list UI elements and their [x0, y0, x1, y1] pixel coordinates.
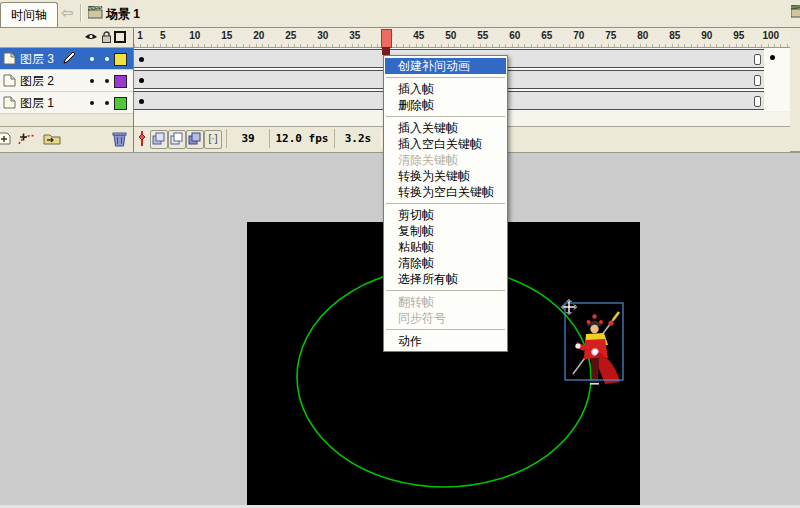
modify-onion-markers-button[interactable]: [·]: [204, 130, 222, 149]
menu-separator: [386, 77, 505, 78]
layer-row-1[interactable]: 图层 1: [0, 92, 133, 114]
layer-page-icon: [3, 96, 16, 109]
menu-item-convert-to-keyframe[interactable]: 转换为关键帧: [385, 168, 506, 184]
layer-name[interactable]: 图层 1: [20, 95, 54, 112]
menu-item-create-motion-tween[interactable]: 创建补间动画: [385, 58, 506, 74]
edit-multiple-frames-button[interactable]: [186, 130, 204, 149]
menu-item-insert-keyframe[interactable]: 插入关键帧: [385, 120, 506, 136]
ruler-label: 95: [729, 30, 749, 41]
elapsed-time-field: 3.2s: [334, 129, 382, 148]
ruler-label: 1: [130, 30, 150, 41]
menu-item-clear-keyframe: 清除关键帧: [385, 152, 506, 168]
menu-item-reverse-frames: 翻转帧: [385, 294, 506, 310]
lock-icon[interactable]: [101, 31, 112, 44]
end-frame-marker: [754, 54, 761, 65]
current-frame-field: 39: [226, 129, 270, 148]
insert-layer-folder-button[interactable]: [42, 131, 62, 146]
scene-name-label[interactable]: 场景 1: [106, 6, 140, 23]
menu-item-select-all-frames[interactable]: 选择所有帧: [385, 271, 506, 287]
menu-item-clear-frames[interactable]: 清除帧: [385, 255, 506, 271]
menu-separator: [386, 290, 505, 291]
tab-timeline[interactable]: 时间轴: [0, 2, 58, 27]
ruler-label: 55: [473, 30, 493, 41]
clapperboard-icon: [88, 6, 103, 19]
keyframe-dot-frame100: [770, 55, 775, 60]
layer-name[interactable]: 图层 2: [20, 73, 54, 90]
layer-color-swatch[interactable]: [114, 53, 127, 66]
frame-rate-field[interactable]: 12.0 fps: [269, 129, 335, 148]
layer-visibility-dot[interactable]: [90, 101, 94, 105]
playhead[interactable]: [381, 29, 392, 48]
flash-application-window: 时间轴 ⇦ 场景 1: [0, 0, 800, 508]
outline-square-icon[interactable]: [114, 31, 126, 43]
layer-row-2[interactable]: 图层 2: [0, 70, 133, 92]
ruler-label: 50: [441, 30, 461, 41]
ruler-label: 70: [569, 30, 589, 41]
playhead-marker: [382, 47, 390, 55]
ruler-label: 45: [409, 30, 429, 41]
ruler-label: 80: [633, 30, 653, 41]
frame-context-menu: 创建补间动画 插入帧 删除帧 插入关键帧 插入空白关键帧 清除关键帧 转换为关键…: [383, 55, 508, 352]
ruler-label: 65: [537, 30, 557, 41]
menu-item-convert-to-blank-keyframe[interactable]: 转换为空白关键帧: [385, 184, 506, 200]
delete-layer-trash-icon[interactable]: [112, 131, 127, 147]
layer-lock-dot[interactable]: [105, 57, 109, 61]
ruler-label: 85: [665, 30, 685, 41]
ruler-label: 20: [249, 30, 269, 41]
ruler-label: 5: [153, 30, 173, 41]
ruler-label: 10: [185, 30, 205, 41]
center-frame-button[interactable]: [136, 130, 148, 147]
keyframe-dot: [139, 57, 144, 62]
layer-color-swatch[interactable]: [114, 75, 127, 88]
pencil-icon: [62, 51, 76, 65]
edit-scene-icon[interactable]: [791, 5, 800, 21]
menu-item-remove-frame[interactable]: 删除帧: [385, 97, 506, 113]
menu-item-paste-frames[interactable]: 粘贴帧: [385, 239, 506, 255]
keyframe-dot: [139, 99, 144, 104]
insert-layer-button[interactable]: [0, 131, 12, 146]
layer-visibility-dot[interactable]: [90, 79, 94, 83]
layer-color-swatch[interactable]: [114, 97, 127, 110]
timeline-tab-bar: 时间轴 ⇦ 场景 1: [0, 0, 800, 28]
ruler-label: 60: [505, 30, 525, 41]
layer-panel-footer: [0, 126, 133, 152]
ruler-label: 30: [313, 30, 333, 41]
toolbar-divider: [80, 4, 82, 22]
ruler-label: 75: [601, 30, 621, 41]
menu-separator: [386, 116, 505, 117]
layer-page-icon: [3, 74, 16, 87]
layer-name[interactable]: 图层 3: [20, 51, 54, 68]
add-motion-guide-button[interactable]: [16, 131, 38, 147]
menu-item-synchronize-symbols: 同步符号: [385, 310, 506, 326]
end-frame-marker: [754, 75, 761, 86]
ruler-label: 35: [345, 30, 365, 41]
menu-item-cut-frames[interactable]: 剪切帧: [385, 207, 506, 223]
back-arrow-icon[interactable]: ⇦: [58, 3, 76, 23]
onion-skin-button[interactable]: [150, 130, 168, 149]
ruler-label: 90: [697, 30, 717, 41]
layer-lock-dot[interactable]: [105, 101, 109, 105]
layer-lock-dot[interactable]: [105, 79, 109, 83]
menu-item-insert-frame[interactable]: 插入帧: [385, 81, 506, 97]
onion-skin-outlines-button[interactable]: [168, 130, 186, 149]
layer-visibility-dot[interactable]: [90, 57, 94, 61]
layer-row-3[interactable]: 图层 3: [0, 48, 133, 70]
ruler-label: 100: [761, 30, 781, 41]
layer-panel: 图层 3 图层 2 图层: [0, 28, 134, 151]
menu-separator: [386, 329, 505, 330]
frame-ruler[interactable]: 1510152025303540455055606570758085909510…: [134, 28, 790, 48]
menu-separator: [386, 203, 505, 204]
menu-item-insert-blank-keyframe[interactable]: 插入空白关键帧: [385, 136, 506, 152]
ruler-label: 25: [281, 30, 301, 41]
character-sprite[interactable]: [573, 312, 620, 385]
end-frame-marker: [754, 96, 761, 107]
menu-item-actions[interactable]: 动作: [385, 333, 506, 349]
keyframe-dot: [139, 78, 144, 83]
ruler-label: 15: [217, 30, 237, 41]
layer-panel-header: [0, 28, 133, 48]
menu-item-copy-frames[interactable]: 复制帧: [385, 223, 506, 239]
layer-page-icon: [3, 52, 16, 65]
show-hide-eye-icon[interactable]: [84, 31, 98, 43]
